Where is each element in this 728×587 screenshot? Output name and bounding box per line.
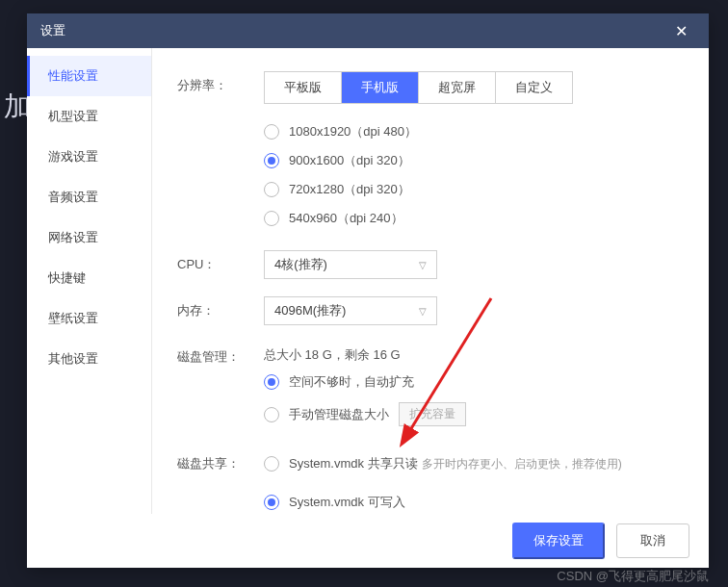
sidebar-item-performance[interactable]: 性能设置 [27,56,151,96]
disk-label: 磁盘管理： [177,343,264,366]
row-share: 磁盘共享： System.vmdk 共享只读多开时内存更小、启动更快，推荐使用)… [177,449,684,514]
radio-icon [264,495,279,510]
titlebar: 设置 ✕ [27,13,709,48]
sidebar-item-model[interactable]: 机型设置 [27,96,151,137]
dialog-footer: 保存设置 取消 [27,514,709,568]
radio-label: 540x960（dpi 240） [289,210,403,227]
res-option-1080[interactable]: 1080x1920（dpi 480） [264,117,684,146]
resolution-label: 分辨率： [177,71,264,94]
sidebar-item-audio[interactable]: 音频设置 [27,177,151,217]
tab-tablet[interactable]: 平板版 [265,72,342,103]
radio-label: 720x1280（dpi 320） [289,181,410,198]
chevron-down-icon: ▽ [419,260,427,270]
radio-icon [264,211,279,226]
cpu-label: CPU： [177,250,264,273]
sidebar-item-game[interactable]: 游戏设置 [27,137,151,177]
sidebar-item-network[interactable]: 网络设置 [27,217,151,258]
row-memory: 内存： 4096M(推荐) ▽ [177,296,684,325]
radio-icon [264,124,279,140]
tab-ultrawide[interactable]: 超宽屏 [419,72,496,103]
res-option-900[interactable]: 900x1600（dpi 320） [264,146,684,175]
radio-icon [264,407,279,422]
row-resolution: 分辨率： 平板版 手机版 超宽屏 自定义 1080x1920（dpi 480） … [177,71,684,233]
settings-dialog: 设置 ✕ 性能设置 机型设置 游戏设置 音频设置 网络设置 快捷键 壁纸设置 其… [27,13,709,568]
share-label: 磁盘共享： [177,449,264,472]
resolution-options: 1080x1920（dpi 480） 900x1600（dpi 320） 720… [264,117,684,233]
radio-label: System.vmdk 可写入 [289,494,405,511]
chevron-down-icon: ▽ [419,306,427,317]
share-option-readonly[interactable]: System.vmdk 共享只读多开时内存更小、启动更快，推荐使用) [264,449,684,478]
disk-option-manual[interactable]: 手动管理磁盘大小扩充容量 [264,396,684,432]
sidebar-item-other[interactable]: 其他设置 [27,339,151,379]
radio-icon [264,456,279,472]
sidebar-item-wallpaper[interactable]: 壁纸设置 [27,298,151,339]
watermark: CSDN @飞得更高肥尾沙鼠 [557,568,709,585]
res-option-720[interactable]: 720x1280（dpi 320） [264,175,684,204]
disk-summary: 总大小 18 G，剩余 16 G [264,343,684,368]
row-disk: 磁盘管理： 总大小 18 G，剩余 16 G 空间不够时，自动扩充 手动管理磁盘… [177,343,684,432]
radio-icon [264,182,279,197]
memory-label: 内存： [177,296,264,319]
cpu-value: 4核(推荐) [274,256,327,273]
radio-label: 手动管理磁盘大小 [289,406,389,423]
memory-select[interactable]: 4096M(推荐) ▽ [264,296,437,325]
radio-label: 900x1600（dpi 320） [289,152,410,169]
res-option-540[interactable]: 540x960（dpi 240） [264,204,684,233]
expand-capacity-button[interactable]: 扩充容量 [399,402,466,426]
share-hint: 多开时内存更小、启动更快，推荐使用) [422,456,622,472]
save-button[interactable]: 保存设置 [512,523,605,559]
tab-phone[interactable]: 手机版 [342,72,419,103]
close-icon[interactable]: ✕ [667,18,695,44]
sidebar: 性能设置 机型设置 游戏设置 音频设置 网络设置 快捷键 壁纸设置 其他设置 [27,48,152,514]
radio-icon [264,153,279,168]
memory-value: 4096M(推荐) [274,302,346,319]
sidebar-item-shortcut[interactable]: 快捷键 [27,258,151,298]
disk-option-auto[interactable]: 空间不够时，自动扩充 [264,368,684,396]
share-option-writable[interactable]: System.vmdk 可写入 [264,488,684,514]
radio-label: 1080x1920（dpi 480） [289,123,417,140]
cpu-select[interactable]: 4核(推荐) ▽ [264,250,437,279]
cancel-button[interactable]: 取消 [616,523,689,558]
dialog-title: 设置 [40,22,65,39]
resolution-tabs: 平板版 手机版 超宽屏 自定义 [264,71,573,104]
radio-label: System.vmdk 共享只读 [289,455,418,472]
dialog-body: 性能设置 机型设置 游戏设置 音频设置 网络设置 快捷键 壁纸设置 其他设置 分… [27,48,709,514]
tab-custom[interactable]: 自定义 [496,72,572,103]
row-cpu: CPU： 4核(推荐) ▽ [177,250,684,279]
radio-label: 空间不够时，自动扩充 [289,373,414,391]
main-panel: 分辨率： 平板版 手机版 超宽屏 自定义 1080x1920（dpi 480） … [152,48,709,514]
radio-icon [264,374,279,390]
